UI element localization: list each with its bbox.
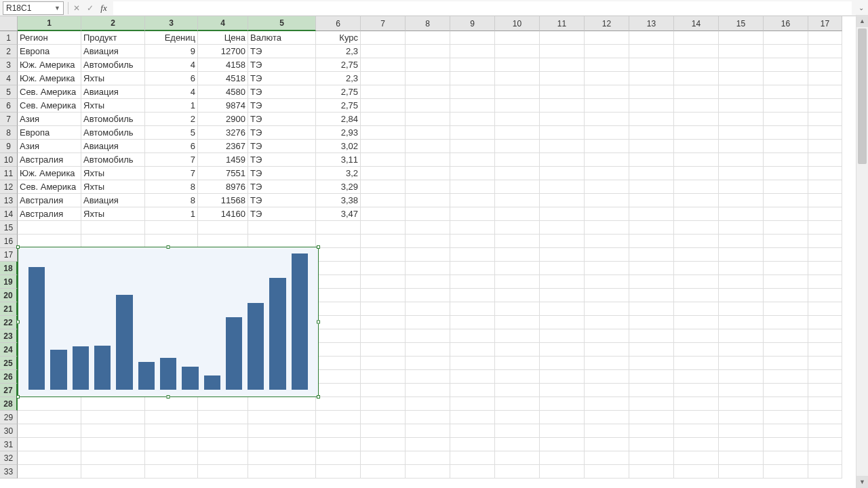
cell[interactable]: 1: [145, 207, 198, 221]
row-header-11[interactable]: 11: [0, 167, 18, 180]
cell[interactable]: [629, 140, 674, 153]
cell[interactable]: [495, 316, 540, 329]
cell[interactable]: [450, 31, 495, 45]
row-header-30[interactable]: 30: [0, 424, 18, 438]
row-header-20[interactable]: 20: [0, 289, 18, 302]
cell[interactable]: [495, 302, 540, 316]
cell[interactable]: [361, 411, 406, 424]
cell[interactable]: [719, 180, 764, 194]
cell[interactable]: 4518: [198, 72, 248, 85]
cell[interactable]: 2,93: [316, 126, 361, 140]
cell[interactable]: [450, 85, 495, 99]
cell[interactable]: Юж. Америка: [18, 58, 81, 72]
cell[interactable]: [450, 99, 495, 113]
cell[interactable]: [316, 235, 361, 248]
cell[interactable]: 5: [145, 126, 198, 140]
cell[interactable]: [674, 207, 719, 221]
cell[interactable]: [495, 72, 540, 85]
cell[interactable]: [540, 316, 585, 329]
cell[interactable]: [450, 411, 495, 424]
row-header-31[interactable]: 31: [0, 438, 18, 451]
cell[interactable]: [585, 438, 629, 451]
cell[interactable]: [406, 384, 450, 397]
cell[interactable]: [764, 113, 808, 126]
cell[interactable]: [540, 248, 585, 262]
cell[interactable]: ТЭ: [248, 207, 316, 221]
cell[interactable]: [585, 45, 629, 58]
cell[interactable]: [361, 113, 406, 126]
cell[interactable]: [316, 465, 361, 479]
chart-resize-handle[interactable]: [16, 395, 20, 399]
cell[interactable]: [674, 370, 719, 384]
row-header-6[interactable]: 6: [0, 99, 18, 113]
cell[interactable]: [585, 99, 629, 113]
cell[interactable]: [248, 451, 316, 465]
cell[interactable]: [719, 343, 764, 357]
cell[interactable]: 2367: [198, 140, 248, 153]
cell[interactable]: [540, 411, 585, 424]
cell[interactable]: [629, 194, 674, 207]
cell[interactable]: [764, 167, 808, 180]
cell[interactable]: [764, 194, 808, 207]
cell[interactable]: [406, 180, 450, 194]
cell[interactable]: Авиация: [81, 194, 145, 207]
cell[interactable]: [674, 397, 719, 411]
cell[interactable]: [495, 411, 540, 424]
cell[interactable]: [316, 275, 361, 289]
cell[interactable]: 8: [145, 180, 198, 194]
cell[interactable]: [719, 438, 764, 451]
cell[interactable]: [18, 451, 81, 465]
row-header-24[interactable]: 24: [0, 343, 18, 357]
cell[interactable]: [361, 180, 406, 194]
cell[interactable]: [450, 357, 495, 370]
cell[interactable]: [764, 370, 808, 384]
cell[interactable]: [629, 329, 674, 343]
row-header-21[interactable]: 21: [0, 302, 18, 316]
cell[interactable]: [808, 58, 842, 72]
cell[interactable]: [406, 465, 450, 479]
cell[interactable]: [406, 289, 450, 302]
cell[interactable]: [629, 153, 674, 167]
cell[interactable]: Яхты: [81, 72, 145, 85]
cell[interactable]: [585, 221, 629, 235]
cell[interactable]: [585, 316, 629, 329]
cell[interactable]: [719, 248, 764, 262]
cell[interactable]: Автомобиль: [81, 126, 145, 140]
row-header-33[interactable]: 33: [0, 465, 18, 479]
cell[interactable]: 8: [145, 194, 198, 207]
cell[interactable]: [764, 451, 808, 465]
cell[interactable]: [81, 451, 145, 465]
cell[interactable]: [764, 302, 808, 316]
cell[interactable]: [808, 343, 842, 357]
cell[interactable]: 9874: [198, 99, 248, 113]
cell[interactable]: [629, 397, 674, 411]
cell[interactable]: [540, 424, 585, 438]
col-header-15[interactable]: 15: [719, 16, 764, 31]
cell[interactable]: [361, 343, 406, 357]
cell[interactable]: [248, 397, 316, 411]
cell[interactable]: Сев. Америка: [18, 85, 81, 99]
cell[interactable]: Авиация: [81, 140, 145, 153]
cell[interactable]: [719, 235, 764, 248]
row-header-1[interactable]: 1: [0, 31, 18, 45]
cell[interactable]: [406, 248, 450, 262]
cell[interactable]: [361, 221, 406, 235]
cell[interactable]: [674, 99, 719, 113]
cell[interactable]: [719, 126, 764, 140]
cell[interactable]: [495, 451, 540, 465]
cell[interactable]: Юж. Америка: [18, 72, 81, 85]
cell[interactable]: [764, 72, 808, 85]
row-header-25[interactable]: 25: [0, 357, 18, 370]
cell[interactable]: [629, 411, 674, 424]
row-header-17[interactable]: 17: [0, 248, 18, 262]
cell[interactable]: 2,84: [316, 113, 361, 126]
cell[interactable]: [585, 370, 629, 384]
cell[interactable]: [316, 451, 361, 465]
cell[interactable]: [585, 235, 629, 248]
cell[interactable]: [808, 194, 842, 207]
cell[interactable]: [18, 424, 81, 438]
cell[interactable]: [808, 85, 842, 99]
cell[interactable]: [764, 248, 808, 262]
cell[interactable]: [764, 85, 808, 99]
cell[interactable]: [674, 167, 719, 180]
